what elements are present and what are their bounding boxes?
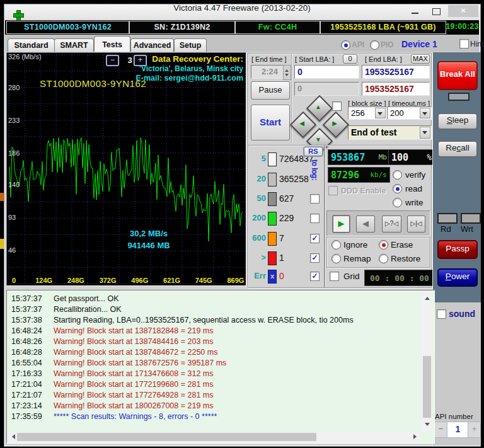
block-size-select[interactable]: 256	[348, 106, 387, 120]
passp-button[interactable]: Passp	[437, 240, 478, 259]
log-timestamp: 15:37:37	[11, 305, 42, 314]
end-time-spinner[interactable]: 2:24	[251, 65, 286, 79]
end-time-spin-buttons[interactable]	[283, 65, 291, 80]
activity-indicator	[448, 93, 470, 101]
log-message: Warning! Block start at 1713476608 = 312…	[54, 369, 214, 378]
dropdown-arrow-icon[interactable]	[420, 127, 430, 139]
x-axis-label: 496G	[131, 277, 148, 284]
radio-erase[interactable]	[379, 240, 388, 250]
bin-log-checkbox-200[interactable]	[310, 214, 320, 223]
log-message: Warning! Block start at 1387672576 = 395…	[54, 359, 226, 367]
start-lba-input[interactable]: 0	[294, 65, 359, 79]
bin-log-checkbox-600[interactable]: ✓	[310, 234, 320, 243]
bin-log-checkbox->[interactable]: ✓	[310, 253, 320, 263]
back-button[interactable]: ◀	[356, 215, 375, 233]
recall-button[interactable]: Recall	[437, 141, 478, 158]
x-axis-label: 621G	[163, 277, 180, 284]
sleep-button[interactable]: Sleep	[437, 113, 478, 130]
log-horizontal-scrollbar[interactable]	[7, 432, 422, 442]
rd-led	[437, 213, 458, 224]
break-all-button[interactable]: Break All	[437, 61, 478, 90]
end-lba-input-2[interactable]: 1953525167	[362, 82, 430, 96]
tab-standard[interactable]: Standard	[8, 38, 55, 52]
bin-count-200: 229	[279, 213, 294, 223]
start-button[interactable]: Start	[251, 105, 290, 141]
bin-count->: 1	[279, 253, 284, 263]
seek-next-button[interactable]: ▷|◁	[407, 215, 425, 233]
end-lba-max-button[interactable]: MAX	[411, 54, 430, 64]
tab-advanced[interactable]: Advanced	[130, 38, 174, 52]
pause-button[interactable]: Pause	[251, 81, 290, 100]
log-line: 17:23:14Warning! Block start at 18002670…	[7, 401, 434, 412]
bin-swatch->	[268, 251, 277, 265]
grid-checkbox[interactable]	[330, 272, 339, 281]
current-lba-input: 0	[294, 82, 359, 96]
x-axis-label: 745G	[195, 277, 212, 284]
graph-zoom-out-button[interactable]: −	[107, 55, 118, 66]
lcd-percent-value: 100	[391, 152, 408, 163]
hints-checkbox[interactable]	[459, 39, 469, 49]
api-plus-button[interactable]: +	[468, 422, 481, 438]
bin-swatch-200	[268, 212, 277, 226]
rs-button[interactable]: RS	[304, 147, 323, 156]
log-vertical-scrollbar[interactable]	[422, 290, 432, 431]
dropdown-arrow-icon[interactable]	[375, 108, 386, 118]
api-radio[interactable]	[341, 40, 350, 50]
to-log-label: to log:	[310, 159, 319, 180]
spin-down-icon[interactable]	[285, 74, 289, 78]
start-lba-zero-button[interactable]: 0	[343, 54, 357, 64]
tab-setup[interactable]: Setup	[174, 38, 207, 52]
y-axis-label: 326 (Mb/s)	[8, 53, 42, 60]
sound-checkbox[interactable]	[437, 309, 446, 319]
scroll-up-icon[interactable]	[425, 294, 430, 300]
radio-remap[interactable]	[331, 254, 341, 263]
power-button[interactable]: Power	[437, 268, 478, 287]
ddd-enable-checkbox[interactable]	[328, 186, 338, 195]
tab-tests[interactable]: Tests	[94, 36, 130, 52]
infobar-cell-clock: 19:00:23	[446, 21, 479, 33]
log-line: 17:21:04Warning! Block start at 17721996…	[7, 380, 434, 391]
radio-ignore[interactable]	[331, 240, 341, 250]
bin-label-600: 600	[250, 233, 266, 243]
log-timestamp: 16:48:28	[11, 348, 42, 357]
radio-restore[interactable]	[379, 254, 388, 263]
api-minus-button[interactable]: −	[434, 422, 447, 438]
log-panel: 15:37:37Get passport... OK15:37:37Recall…	[6, 290, 435, 444]
play-button[interactable]: ▶	[333, 215, 350, 233]
grid-label: Grid	[343, 272, 360, 281]
log-timestamp: 17:16:33	[11, 369, 42, 378]
scroll-left-icon[interactable]	[9, 434, 15, 439]
dpad-checkbox[interactable]	[332, 101, 342, 111]
radio-verify[interactable]	[393, 170, 402, 180]
tab-smart[interactable]: SMART	[54, 38, 94, 52]
scroll-down-icon[interactable]	[425, 423, 430, 428]
scrollbar-thumb[interactable]	[17, 433, 316, 441]
radio-write[interactable]	[393, 198, 402, 207]
end-lba-input[interactable]: 1953525167	[362, 65, 430, 79]
minimize-button[interactable]	[412, 13, 418, 14]
y-axis-label: 186	[8, 149, 20, 157]
spin-up-icon[interactable]	[285, 67, 289, 72]
pio-radio[interactable]	[370, 40, 379, 50]
y-axis-label: 280	[8, 84, 20, 91]
radio-read[interactable]	[393, 184, 402, 193]
dpad-right-icon: ▶	[331, 120, 338, 127]
close-button[interactable]: ×	[448, 5, 478, 17]
api-label: API	[352, 40, 364, 49]
bin-log-checkbox-Err[interactable]: ✓	[310, 272, 320, 281]
bin-log-checkbox-50[interactable]	[310, 194, 320, 204]
lcd-percent-unit: %	[427, 152, 432, 162]
maximize-button[interactable]	[432, 8, 441, 15]
radio-dot	[396, 187, 400, 191]
log-timestamp: 17:23:14	[11, 401, 42, 410]
radio-label-erase: Erase	[391, 240, 413, 250]
log-timestamp: 15:37:37	[11, 294, 42, 303]
scroll-right-icon[interactable]	[413, 434, 419, 439]
group-divider	[291, 54, 292, 143]
timeout-select[interactable]: 200	[387, 106, 432, 120]
scrollbar-thumb[interactable]	[423, 356, 431, 418]
end-of-test-select[interactable]: End of test	[348, 125, 432, 140]
dropdown-arrow-icon[interactable]	[420, 108, 430, 118]
end-lba-label: [ End LBA: ]	[365, 55, 402, 63]
seek-scan-button[interactable]: ▷?◁	[382, 215, 401, 233]
